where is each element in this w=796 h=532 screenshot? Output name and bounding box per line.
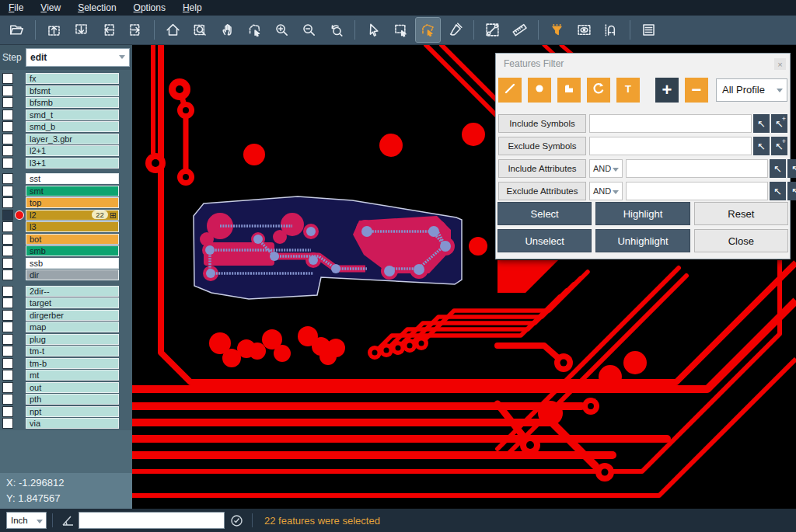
- include-symbols-pick-button[interactable]: ↖: [753, 114, 770, 133]
- layer-name[interactable]: tm-b: [26, 358, 119, 369]
- layer-visibility-checkbox[interactable]: [2, 358, 13, 369]
- layer-visibility-checkbox[interactable]: [2, 210, 13, 221]
- angle-measure-icon[interactable]: [61, 514, 75, 527]
- history-check-icon[interactable]: [230, 514, 243, 527]
- layer-row-smd_t[interactable]: smd_t: [0, 110, 132, 121]
- layer-visibility-checkbox[interactable]: [2, 258, 13, 269]
- layer-visibility-checkbox[interactable]: [2, 245, 13, 256]
- command-input[interactable]: [79, 512, 225, 529]
- menu-item-options[interactable]: Options: [125, 0, 174, 16]
- layer-name[interactable]: mt: [26, 370, 119, 381]
- layer-visibility-checkbox[interactable]: [2, 85, 13, 96]
- surface-feature-button[interactable]: [557, 78, 581, 103]
- layer-name[interactable]: smt: [26, 186, 119, 196]
- layer-row-bfsmt[interactable]: bfsmt: [0, 85, 132, 97]
- include-attributes-pick-add-button[interactable]: ↖+: [787, 159, 796, 178]
- features-filter-button[interactable]: [545, 18, 569, 42]
- exclude-attributes-pick-add-button[interactable]: ↖+: [787, 182, 796, 200]
- layer-row-smd_b[interactable]: smd_b: [0, 121, 132, 133]
- exclude-symbols-pick-add-button[interactable]: ↖+: [771, 137, 787, 155]
- layer-visibility-checkbox[interactable]: [2, 221, 13, 232]
- layer-name[interactable]: l222⊞: [26, 210, 119, 221]
- layers-panel-button[interactable]: [637, 18, 661, 42]
- layer-name[interactable]: l2+1: [26, 145, 119, 156]
- layer-visibility-checkbox[interactable]: [2, 322, 13, 332]
- exclude-symbols-pick-button[interactable]: ↖: [753, 137, 770, 155]
- layer-name[interactable]: layer_3.gbr: [26, 134, 119, 144]
- layer-row-target[interactable]: target: [0, 297, 132, 309]
- view-options-button[interactable]: [572, 18, 596, 42]
- layer-row-smt[interactable]: smt: [0, 186, 132, 197]
- layer-row-dirgerber[interactable]: dirgerber: [0, 310, 132, 322]
- pan-left-button[interactable]: [96, 18, 120, 42]
- select-rectangle-button[interactable]: [389, 18, 413, 42]
- layer-name[interactable]: top: [26, 197, 119, 208]
- layer-visibility-checkbox[interactable]: [2, 197, 13, 208]
- include-attributes-logic-selector[interactable]: AND: [589, 159, 623, 178]
- zoom-out-button[interactable]: [297, 18, 321, 42]
- layer-row-plug[interactable]: plug: [0, 334, 132, 346]
- layer-visibility-checkbox[interactable]: [2, 97, 13, 108]
- layer-name[interactable]: l3+1: [26, 158, 119, 169]
- layer-visibility-checkbox[interactable]: [2, 134, 13, 144]
- layer-visibility-checkbox[interactable]: [2, 382, 13, 393]
- layer-visibility-checkbox[interactable]: [2, 269, 13, 280]
- layer-visibility-checkbox[interactable]: [2, 110, 13, 120]
- layer-row-map[interactable]: map: [0, 322, 132, 333]
- highlight-brush-button[interactable]: [443, 18, 467, 42]
- layer-row-out[interactable]: out: [0, 382, 132, 394]
- layer-visibility-checkbox[interactable]: [2, 370, 13, 381]
- zoom-window-button[interactable]: [188, 18, 212, 42]
- select-arrow-button[interactable]: [361, 18, 386, 42]
- layer-visibility-checkbox[interactable]: [2, 158, 13, 169]
- layer-name[interactable]: l3: [26, 221, 119, 232]
- reset-button[interactable]: Reset: [694, 202, 788, 225]
- layer-visibility-checkbox[interactable]: [2, 297, 13, 308]
- layer-name[interactable]: tm-t: [26, 346, 119, 356]
- layer-name[interactable]: via: [26, 418, 119, 429]
- layer-name[interactable]: bfsmt: [26, 85, 119, 96]
- layer-row-top[interactable]: top: [0, 197, 132, 209]
- step-selector[interactable]: edit: [26, 48, 130, 67]
- pan-up-button[interactable]: [42, 18, 66, 42]
- layer-row-npt[interactable]: npt: [0, 406, 132, 418]
- pan-hand-button[interactable]: [215, 18, 239, 42]
- layer-name[interactable]: 2dir--: [26, 286, 119, 297]
- measure-distance-button[interactable]: [480, 18, 504, 42]
- layer-name[interactable]: dir: [26, 269, 119, 280]
- unselect-button[interactable]: Unselect: [498, 229, 592, 252]
- layer-row-pth[interactable]: pth: [0, 394, 132, 405]
- zoom-in-button[interactable]: [270, 18, 294, 42]
- layer-name[interactable]: map: [26, 322, 119, 332]
- include-attributes-pick-button[interactable]: ↖: [770, 159, 786, 178]
- home-view-button[interactable]: [161, 18, 185, 42]
- layer-visibility-checkbox[interactable]: [2, 334, 13, 345]
- include-attributes-input[interactable]: [626, 159, 768, 178]
- include-symbols-input[interactable]: [589, 114, 752, 133]
- layer-row-bot[interactable]: bot: [0, 234, 132, 245]
- layer-visibility-checkbox[interactable]: [2, 145, 13, 156]
- exclude-attributes-input[interactable]: [626, 182, 768, 200]
- layer-name[interactable]: ssb: [26, 258, 119, 269]
- layer-row-ssb[interactable]: ssb: [0, 258, 132, 269]
- layer-row-fx[interactable]: fx: [0, 73, 132, 85]
- pan-right-button[interactable]: [124, 18, 148, 42]
- include-mode-button[interactable]: +: [655, 78, 679, 103]
- measure-ruler-button[interactable]: [508, 18, 532, 42]
- select-polygon-button[interactable]: [416, 18, 440, 42]
- selection-highlight[interactable]: [194, 196, 462, 299]
- exclude-symbols-input[interactable]: [589, 137, 752, 155]
- open-folder-button[interactable]: [5, 18, 29, 42]
- menu-item-view[interactable]: View: [32, 0, 69, 16]
- layer-row-2dir--[interactable]: 2dir--: [0, 286, 132, 297]
- menu-item-selection[interactable]: Selection: [69, 0, 124, 16]
- unhighlight-button[interactable]: Unhighlight: [595, 229, 690, 252]
- menu-item-file[interactable]: File: [0, 0, 32, 16]
- layer-visibility-checkbox[interactable]: [2, 121, 13, 132]
- layer-row-l3[interactable]: l3: [0, 221, 132, 233]
- layer-name[interactable]: target: [26, 297, 119, 308]
- layer-row-l2[interactable]: l222⊞: [0, 210, 132, 221]
- units-selector[interactable]: Inch: [6, 512, 47, 529]
- exclude-attributes-logic-selector[interactable]: AND: [589, 182, 623, 200]
- layer-visibility-checkbox[interactable]: [2, 406, 13, 417]
